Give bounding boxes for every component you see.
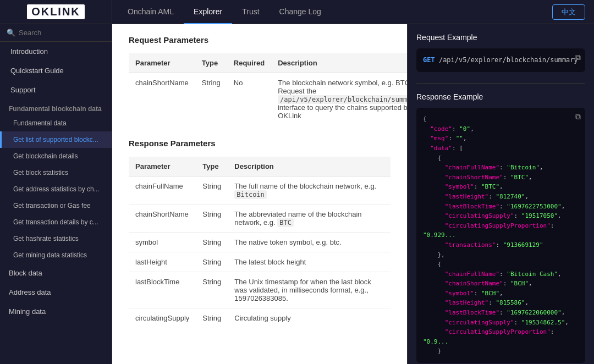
table-row: lastBlockTime String The Unix timestamp … [129, 272, 391, 308]
response-params-table: Parameter Type Description chainFullName… [129, 157, 391, 328]
req-col-parameter: Parameter [129, 53, 195, 73]
res-col-description: Description [228, 157, 391, 177]
logo-area: OKLINK [0, 0, 112, 24]
lang-button[interactable]: 中文 [552, 4, 585, 20]
sidebar-item-get-blockchain-details[interactable]: Get blockchain details [0, 148, 112, 164]
sidebar-item-get-transaction-gas[interactable]: Get transaction or Gas fee [0, 197, 112, 214]
sidebar-item-support[interactable]: Support [0, 80, 112, 100]
response-params-title: Response Parameters [129, 139, 391, 148]
response-example-block: ⧉ { "code": "0", "msg": "", "data": [ { … [416, 108, 585, 363]
table-row: symbol String The native token symbol, e… [129, 233, 391, 252]
logo: OKLINK [27, 4, 85, 19]
copy-response-button[interactable]: ⧉ [575, 112, 581, 122]
nav-trust[interactable]: Trust [232, 0, 269, 24]
sidebar-item-get-block-statistics[interactable]: Get block statistics [0, 164, 112, 181]
req-param-name: chainShortName [129, 73, 195, 126]
table-row: chainShortName String The abbreviated na… [129, 205, 391, 233]
res-param-lastHeight-desc: The latest block height [228, 252, 391, 272]
request-example-block: ⧉ GET /api/v5/explorer/blockchain/summar… [416, 48, 585, 72]
table-row: chainShortName String No The blockchain … [129, 73, 407, 126]
res-param-lastHeight: lastHeight [129, 252, 196, 272]
request-method: GET [423, 56, 435, 64]
divider [416, 83, 585, 84]
request-params-table: Parameter Type Required Description chai… [129, 53, 407, 125]
req-param-required: No [227, 73, 271, 126]
sidebar-section-address-data[interactable]: Address data [0, 283, 112, 302]
request-url: /api/v5/explorer/blockchain/summary [439, 56, 578, 64]
request-example-title: Request Example [416, 33, 585, 42]
table-row: lastHeight String The latest block heigh… [129, 252, 391, 272]
request-params-title: Request Parameters [129, 35, 391, 45]
sidebar-item-introduction[interactable]: Introduction [0, 42, 112, 61]
res-param-chainFullName-type: String [196, 177, 228, 205]
res-param-chainFullName-desc: The full name of the blockchain network,… [228, 177, 391, 205]
res-col-parameter: Parameter [129, 157, 196, 177]
response-example-title: Response Example [416, 92, 585, 101]
sidebar-subgroup-fundamental-data[interactable]: Fundamental data [0, 115, 112, 131]
nav-explorer[interactable]: Explorer [184, 0, 232, 24]
nav-changelog[interactable]: Change Log [270, 0, 331, 24]
res-param-chainShortName-type: String [196, 205, 228, 233]
res-param-lastBlockTime-type: String [196, 272, 228, 308]
res-param-circulatingSupply-type: String [196, 308, 228, 328]
res-param-lastBlockTime-desc: The Unix timestamp for when the last blo… [228, 272, 391, 308]
res-param-symbol: symbol [129, 233, 196, 252]
res-param-chainShortName-desc: The abbreviated name of the blockchain n… [228, 205, 391, 233]
res-param-circulatingSupply: circulatingSupply [129, 308, 196, 328]
req-param-desc: The blockchain network symbol, e.g. BTC.… [271, 73, 407, 126]
res-param-lastHeight-type: String [196, 252, 228, 272]
req-col-type: Type [195, 53, 227, 73]
res-param-chainFullName: chainFullName [129, 177, 196, 205]
nav-onchain-aml[interactable]: Onchain AML [118, 0, 184, 24]
sidebar-item-get-hashrate[interactable]: Get hashrate statistics [0, 230, 112, 247]
sidebar-section-mining-data[interactable]: Mining data [0, 302, 112, 321]
sidebar-section-block-data[interactable]: Block data [0, 263, 112, 283]
main-layout: 🔍 Introduction Quickstart Guide Support … [0, 24, 594, 364]
sidebar-item-get-mining-data[interactable]: Get mining data statistics [0, 247, 112, 263]
sidebar-item-quickstart[interactable]: Quickstart Guide [0, 61, 112, 80]
res-param-circulatingSupply-desc: Circulating supply [228, 308, 391, 328]
sidebar-item-get-address-statistics[interactable]: Get address statistics by ch... [0, 181, 112, 197]
res-param-symbol-desc: The native token symbol, e.g. btc. [228, 233, 391, 252]
search-bar: 🔍 [0, 24, 112, 42]
sidebar-item-get-list[interactable]: Get list of supported blockc... [0, 131, 112, 148]
res-param-chainShortName: chainShortName [129, 205, 196, 233]
res-param-symbol-type: String [196, 233, 228, 252]
sidebar-item-get-transaction-details[interactable]: Get transaction details by c... [0, 214, 112, 230]
sidebar-group-fundamental: Fundamental blockchain data [0, 100, 112, 115]
search-icon: 🔍 [7, 29, 15, 37]
sidebar: 🔍 Introduction Quickstart Guide Support … [0, 24, 112, 364]
content-inner: Request Parameters Parameter Type Requir… [112, 24, 407, 352]
content-area: Request Parameters Parameter Type Requir… [112, 24, 407, 364]
nav-links: Onchain AML Explorer Trust Change Log [112, 0, 552, 24]
search-input[interactable] [19, 29, 111, 37]
req-col-description: Description [271, 53, 407, 73]
res-col-type: Type [196, 157, 228, 177]
topnav: OKLINK Onchain AML Explorer Trust Change… [0, 0, 594, 24]
table-row: chainFullName String The full name of th… [129, 177, 391, 205]
req-col-required: Required [227, 53, 271, 73]
req-param-type: String [195, 73, 227, 126]
table-row: circulatingSupply String Circulating sup… [129, 308, 391, 328]
right-panel: Request Example ⧉ GET /api/v5/explorer/b… [407, 24, 594, 364]
copy-request-button[interactable]: ⧉ [575, 53, 581, 62]
res-param-lastBlockTime: lastBlockTime [129, 272, 196, 308]
